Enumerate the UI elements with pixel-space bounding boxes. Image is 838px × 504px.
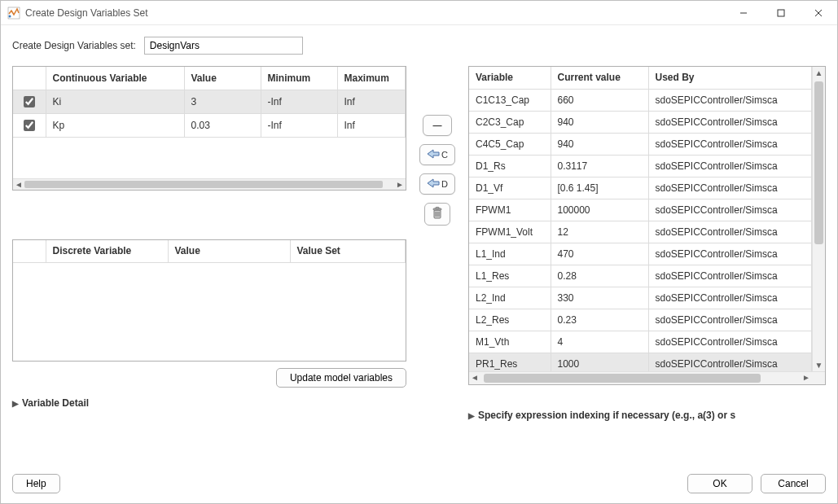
col-current-value: Current value xyxy=(551,67,648,89)
table-row[interactable]: M1_Vth4sdoSEPICController/Simsca xyxy=(469,331,812,353)
cell-current-value: 940 xyxy=(551,111,648,133)
maximize-button[interactable] xyxy=(762,1,800,25)
add-continuous-button[interactable]: C xyxy=(419,144,455,165)
table-row[interactable]: L2_Res0.23sdoSEPICController/Simsca xyxy=(469,309,812,331)
cell-variable: M1_Vth xyxy=(469,331,551,353)
cell-max: Inf xyxy=(337,90,406,113)
cell-value: 0.03 xyxy=(184,113,261,137)
minimize-button[interactable] xyxy=(725,1,762,25)
cell-value: 3 xyxy=(184,90,261,113)
cell-variable: C2C3_Cap xyxy=(469,111,551,133)
cell-used-by: sdoSEPICController/Simsca xyxy=(648,353,812,371)
cell-variable: PR1_Res xyxy=(469,353,551,371)
cell-used-by: sdoSEPICController/Simsca xyxy=(648,287,812,309)
add-discrete-label: D xyxy=(441,179,448,189)
variables-table[interactable]: Variable Current value Used By C1C13_Cap… xyxy=(468,66,826,385)
table-row[interactable]: L2_Ind330sdoSEPICController/Simsca xyxy=(469,287,812,309)
cell-used-by: sdoSEPICController/Simsca xyxy=(648,309,812,331)
cell-current-value: [0.6 1.45] xyxy=(551,177,648,199)
table-row[interactable]: FPWM1100000sdoSEPICController/Simsca xyxy=(469,199,812,221)
cell-current-value: 12 xyxy=(551,221,648,243)
cell-used-by: sdoSEPICController/Simsca xyxy=(648,133,812,155)
svg-point-1 xyxy=(9,15,11,17)
cell-variable: Kp xyxy=(46,113,184,137)
cell-used-by: sdoSEPICController/Simsca xyxy=(648,243,812,265)
cell-variable: Ki xyxy=(46,90,184,113)
cell-min: -Inf xyxy=(261,90,337,113)
help-button[interactable]: Help xyxy=(12,474,60,493)
cell-used-by: sdoSEPICController/Simsca xyxy=(648,221,812,243)
cell-current-value: 330 xyxy=(551,287,648,309)
expression-indexing-disclosure[interactable]: ▶ Specify expression indexing if necessa… xyxy=(468,410,826,421)
col-used-by: Used By xyxy=(648,67,812,89)
continuous-table[interactable]: Continuous Variable Value Minimum Maximu… xyxy=(12,66,406,191)
cell-current-value: 4 xyxy=(551,331,648,353)
trash-icon xyxy=(432,207,443,222)
table-row[interactable]: Kp0.03-InfInf xyxy=(13,113,406,137)
cell-used-by: sdoSEPICController/Simsca xyxy=(648,331,812,353)
cell-variable: D1_Rs xyxy=(469,155,551,177)
svg-rect-8 xyxy=(436,207,439,208)
cell-variable: C1C13_Cap xyxy=(469,89,551,111)
ok-button[interactable]: OK xyxy=(687,474,752,493)
titlebar: Create Design Variables Set xyxy=(1,1,837,25)
table-row[interactable]: D1_Rs0.3117sdoSEPICController/Simsca xyxy=(469,155,812,177)
col-continuous-variable: Continuous Variable xyxy=(46,67,184,90)
cell-used-by: sdoSEPICController/Simsca xyxy=(648,155,812,177)
cell-used-by: sdoSEPICController/Simsca xyxy=(648,177,812,199)
table-row[interactable]: L1_Ind470sdoSEPICController/Simsca xyxy=(469,243,812,265)
variable-detail-label: Variable Detail xyxy=(22,397,89,409)
cell-used-by: sdoSEPICController/Simsca xyxy=(648,89,812,111)
cell-used-by: sdoSEPICController/Simsca xyxy=(648,199,812,221)
cell-variable: FPWM1 xyxy=(469,199,551,221)
table-row[interactable]: C1C13_Cap660sdoSEPICController/Simsca xyxy=(469,89,812,111)
variables-table-vscroll[interactable]: ▲ ▼ xyxy=(812,67,825,371)
remove-variable-button[interactable]: — xyxy=(423,115,452,136)
app-icon xyxy=(7,7,20,20)
cell-current-value: 660 xyxy=(551,89,648,111)
arrow-left-icon xyxy=(427,149,440,160)
row-checkbox[interactable] xyxy=(24,96,35,107)
discrete-table[interactable]: Discrete Variable Value Value Set xyxy=(12,239,406,362)
cell-variable: C4C5_Cap xyxy=(469,133,551,155)
add-discrete-button[interactable]: D xyxy=(419,173,455,195)
cell-current-value: 470 xyxy=(551,243,648,265)
cell-current-value: 0.28 xyxy=(551,265,648,287)
close-button[interactable] xyxy=(800,1,837,25)
cell-current-value: 100000 xyxy=(551,199,648,221)
col-value: Value xyxy=(168,240,290,263)
chevron-right-icon: ▶ xyxy=(468,411,475,420)
cell-variable: D1_Vf xyxy=(469,177,551,199)
cell-max: Inf xyxy=(337,113,406,137)
cell-variable: L1_Res xyxy=(469,265,551,287)
table-row[interactable]: L1_Res0.28sdoSEPICController/Simsca xyxy=(469,265,812,287)
cell-variable: L2_Res xyxy=(469,309,551,331)
table-row[interactable]: D1_Vf[0.6 1.45]sdoSEPICController/Simsca xyxy=(469,177,812,199)
chevron-right-icon: ▶ xyxy=(12,399,19,408)
table-row[interactable]: FPWM1_Volt12sdoSEPICController/Simsca xyxy=(469,221,812,243)
col-minimum: Minimum xyxy=(261,67,337,90)
col-discrete-variable: Discrete Variable xyxy=(46,240,168,263)
table-row[interactable]: C2C3_Cap940sdoSEPICController/Simsca xyxy=(469,111,812,133)
cell-current-value: 0.3117 xyxy=(551,155,648,177)
set-name-input[interactable] xyxy=(144,37,303,55)
expression-indexing-label: Specify expression indexing if necessary… xyxy=(478,410,735,421)
set-name-label: Create Design Variables set: xyxy=(12,40,136,51)
update-model-variables-button[interactable]: Update model variables xyxy=(276,368,406,388)
window-title: Create Design Variables Set xyxy=(25,7,725,19)
variable-detail-disclosure[interactable]: ▶ Variable Detail xyxy=(12,397,406,409)
col-checkbox xyxy=(13,240,46,263)
cell-current-value: 0.23 xyxy=(551,309,648,331)
row-checkbox[interactable] xyxy=(24,120,35,131)
col-value: Value xyxy=(184,67,261,90)
table-row[interactable]: C4C5_Cap940sdoSEPICController/Simsca xyxy=(469,133,812,155)
col-value-set: Value Set xyxy=(290,240,406,263)
minus-icon: — xyxy=(433,121,442,130)
cell-min: -Inf xyxy=(261,113,337,137)
table-row[interactable]: PR1_Res1000sdoSEPICController/Simsca xyxy=(469,353,812,371)
continuous-table-hscroll[interactable]: ◄ ► xyxy=(13,178,406,190)
table-row[interactable]: Ki3-InfInf xyxy=(13,90,406,113)
delete-button[interactable] xyxy=(424,203,450,226)
cancel-button[interactable]: Cancel xyxy=(761,474,826,493)
variables-table-hscroll[interactable]: ◄ ► xyxy=(469,371,825,384)
